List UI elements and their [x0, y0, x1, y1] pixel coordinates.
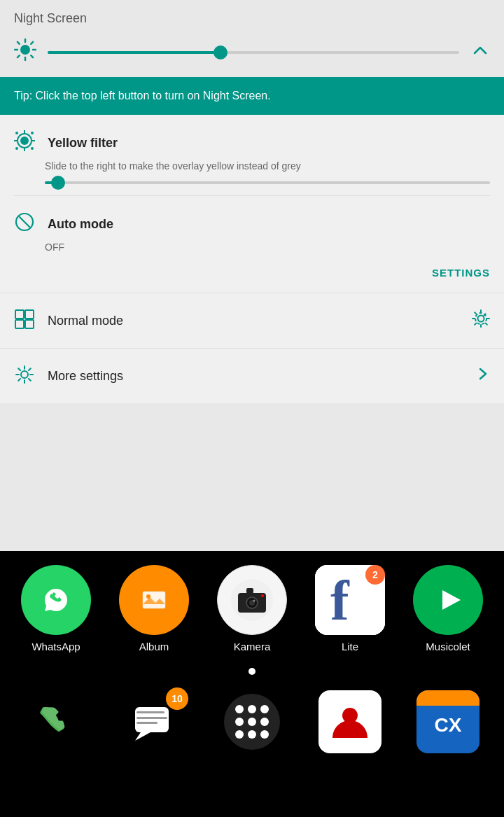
tip-text: Tip: Click the top left button to turn o…	[14, 90, 271, 102]
svg-rect-46	[135, 707, 169, 732]
tip-banner: Tip: Click the top left button to turn o…	[0, 77, 504, 115]
svg-rect-30	[143, 592, 165, 608]
page-title: Night Screen	[14, 11, 490, 26]
app-row: WhatsApp Album	[0, 551, 504, 659]
auto-mode-section: Auto mode OFF	[0, 196, 504, 260]
kamera-app[interactable]: Kamera	[217, 565, 287, 652]
svg-point-18	[31, 147, 34, 150]
svg-line-7	[31, 42, 33, 44]
auto-mode-title: Auto mode	[48, 217, 113, 232]
svg-line-5	[18, 42, 20, 44]
cx-app[interactable]: CX	[416, 690, 479, 753]
more-settings-icon	[14, 364, 35, 388]
svg-point-40	[261, 594, 264, 597]
yellow-filter-slider[interactable]	[45, 181, 490, 184]
svg-point-17	[15, 147, 18, 150]
svg-rect-22	[25, 310, 34, 319]
more-settings-chevron-icon	[475, 366, 490, 386]
whatsapp-icon	[21, 565, 91, 635]
yellow-filter-title: Yellow filter	[48, 136, 118, 151]
page-indicator	[0, 659, 504, 683]
content-area: Yellow filter Slide to the right to make…	[0, 115, 504, 403]
musicolet-app[interactable]: Musicolet	[413, 565, 483, 652]
musicolet-label: Musicolet	[426, 641, 470, 652]
svg-point-0	[20, 45, 30, 55]
yellow-filter-icon	[14, 130, 35, 156]
svg-rect-23	[15, 320, 24, 328]
kamera-label: Kamera	[234, 641, 271, 652]
normal-mode-label: Normal mode	[48, 314, 459, 328]
more-settings-label: More settings	[48, 369, 462, 384]
fb-lite-label: Lite	[342, 641, 358, 652]
yellow-filter-section: Yellow filter Slide to the right to make…	[0, 115, 504, 195]
album-app[interactable]: Album	[119, 565, 189, 652]
phone-app[interactable]	[24, 690, 88, 753]
app-drawer-button[interactable]	[220, 690, 284, 753]
messages-badge: 10	[166, 687, 188, 710]
svg-text:f: f	[330, 570, 350, 631]
svg-rect-21	[15, 310, 24, 319]
settings-button[interactable]: SETTINGS	[432, 267, 490, 279]
normal-mode-gear-icon[interactable]	[472, 309, 490, 332]
svg-point-25	[478, 316, 484, 322]
kamera-icon	[217, 565, 287, 635]
fb-lite-icon: f 2	[315, 565, 385, 635]
svg-rect-48	[136, 717, 167, 719]
settings-row: SETTINGS	[0, 260, 504, 293]
svg-rect-50	[136, 711, 164, 713]
more-settings-row[interactable]: More settings	[0, 349, 504, 403]
contacts-app[interactable]	[318, 690, 382, 753]
whatsapp-app[interactable]: WhatsApp	[21, 565, 91, 652]
auto-mode-icon	[14, 211, 35, 237]
svg-rect-49	[136, 722, 158, 724]
contacts-icon	[318, 690, 382, 753]
svg-point-15	[15, 132, 18, 134]
svg-point-9	[20, 137, 29, 145]
album-icon	[119, 565, 189, 635]
album-label: Album	[139, 641, 169, 652]
svg-rect-24	[25, 320, 34, 328]
cx-icon: CX	[416, 690, 479, 753]
fb-lite-app[interactable]: f 2 Lite	[315, 565, 385, 652]
brightness-icon	[14, 39, 36, 66]
svg-rect-39	[246, 588, 253, 594]
svg-point-26	[475, 313, 486, 324]
normal-mode-icon	[14, 309, 35, 333]
page-dot-active	[248, 668, 255, 675]
messages-app[interactable]: 10	[122, 690, 186, 753]
drawer-icon	[224, 694, 280, 750]
svg-line-8	[18, 55, 20, 57]
svg-marker-47	[135, 732, 150, 741]
bottom-bar: 10	[0, 683, 504, 760]
fb-badge: 2	[365, 565, 385, 585]
svg-line-20	[20, 217, 29, 227]
cx-label: CX	[435, 714, 462, 736]
brightness-slider[interactable]	[48, 51, 459, 54]
auto-mode-status: OFF	[45, 242, 490, 253]
bottom-dock: WhatsApp Album	[0, 551, 504, 817]
svg-point-16	[31, 132, 34, 134]
yellow-filter-desc: Slide to the right to make the overlay y…	[45, 160, 490, 172]
brightness-row	[14, 39, 490, 77]
normal-mode-row[interactable]: Normal mode	[0, 293, 504, 348]
svg-point-27	[21, 371, 28, 378]
svg-line-6	[31, 55, 33, 57]
whatsapp-label: WhatsApp	[31, 641, 80, 652]
musicolet-icon	[413, 565, 483, 635]
top-panel: Night Screen	[0, 0, 504, 77]
svg-point-38	[253, 600, 255, 602]
collapse-icon[interactable]	[470, 41, 490, 64]
